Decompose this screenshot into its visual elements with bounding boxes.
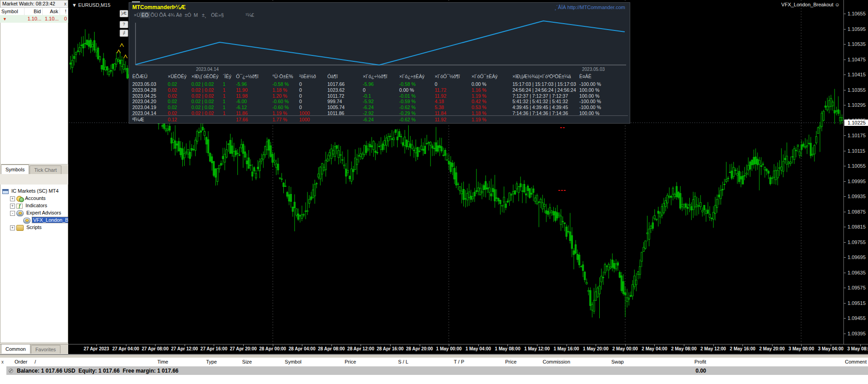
table-cell: 2023.04.25: [132, 93, 156, 99]
price-tick: [844, 257, 846, 258]
market-watch-title: Market Watch: 08:23:42: [2, 1, 55, 6]
table-cell: 999.74: [327, 99, 342, 104]
equity-start-date: 2023.04.14: [196, 67, 219, 72]
tree-item-scripts[interactable]: +Scripts: [0, 224, 78, 231]
expand-plus-icon[interactable]: +: [10, 196, 15, 201]
terminal-column-swap: Swap: [611, 359, 624, 364]
terminal-column-order: Order: [15, 359, 27, 364]
expand-plus-icon[interactable]: +: [10, 204, 15, 209]
column-excl[interactable]: !: [60, 8, 68, 15]
price-label: 1.09695: [848, 254, 866, 260]
tree-item-label: Expert Advisors: [25, 210, 62, 215]
price-label: 1.10175: [848, 133, 866, 138]
price-label: 1.09455: [848, 315, 866, 321]
ea-name-label: VFX_London_Breakout ☺: [781, 2, 840, 7]
terminal-column-: /: [35, 359, 36, 364]
time-label: 3 May 04:00: [818, 346, 843, 351]
table-cell: 1017.66: [327, 81, 345, 87]
time-label: 1 May 16:00: [554, 346, 579, 351]
tab-tick-chart[interactable]: Tick Chart: [30, 165, 61, 174]
table-cell: 11.98: [236, 93, 248, 99]
terminal-close-icon[interactable]: x: [1, 359, 4, 364]
column-symbol[interactable]: Symbol: [0, 8, 25, 15]
script-button-info[interactable]: ¡l: [120, 30, 128, 37]
tree-item-label: IC Markets (SC) MT4: [10, 188, 60, 194]
price-label: 1.09515: [848, 300, 866, 306]
table-cell: -0.01 %: [399, 93, 416, 99]
tree-item-label: Accounts: [24, 195, 46, 201]
table-cell: -6.24: [363, 105, 374, 110]
terminal-side-tabs: Common Favorites: [0, 344, 68, 354]
price-label: 1.09635: [848, 270, 866, 275]
collapse-minus-icon[interactable]: -: [10, 211, 15, 216]
script-button-help[interactable]: ?: [120, 21, 128, 28]
table-cell: 0.42 %: [472, 99, 487, 104]
price-label: 1.10055: [848, 163, 866, 169]
balance-row[interactable]: Balance: 1 017.66 USD Equity: 1 017.66 F…: [6, 367, 868, 375]
tree-item-ic-markets-sc-mt4[interactable]: IC Markets (SC) MT4: [0, 187, 70, 194]
table-cell: 1005.74: [327, 105, 345, 110]
tab-favorites[interactable]: Favorites: [31, 345, 60, 354]
price-label: 1.09875: [848, 209, 866, 214]
table-cell: 100.00 %: [579, 87, 599, 93]
price-label: 1.09935: [848, 194, 866, 199]
terminal-column-tp: T / P: [454, 359, 464, 364]
tree-item-indicators[interactable]: +ƒIndicators: [0, 202, 78, 209]
table-cell: 100.00 %: [579, 93, 599, 99]
table-header-cell: Ó¯¿÷½ð¶î: [236, 74, 258, 79]
table-summary-cell: 1.77 %: [272, 117, 287, 122]
terminal-splitter[interactable]: [0, 355, 868, 358]
time-label: 28 Apr 04:00: [289, 346, 316, 351]
time-axis[interactable]: 27 Apr 202327 Apr 04:0027 Apr 08:0027 Ap…: [68, 344, 868, 354]
table-cell: 0.00 %: [472, 81, 487, 87]
table-header-cell: Óà¶î: [327, 74, 338, 79]
table-cell: 1.18 %: [272, 87, 287, 93]
table-header-cell: ×î´óÓ¯½ð¶î: [435, 74, 460, 79]
tab-common[interactable]: Common: [1, 344, 30, 354]
time-label: 2 May 00:00: [612, 346, 638, 351]
table-cell: -0.60 %: [272, 105, 289, 110]
table-cell: 1023.62: [327, 87, 345, 93]
table-cell: 5:41:32 | 5:41:32 | 5:41:32: [512, 99, 568, 104]
price-tick: [844, 242, 846, 243]
table-header-cell: ×î´ó¿÷½ð¶î: [363, 74, 387, 79]
terminal-column-symbol: Symbol: [285, 359, 301, 364]
market-watch-row-eurusd[interactable]: ▼ EUR... 1.10... 1.10... 0: [0, 15, 68, 23]
price-tick: [844, 196, 846, 197]
expand-plus-icon[interactable]: +: [10, 225, 15, 230]
table-cell: -0.1: [363, 93, 371, 99]
market-watch-close-icon[interactable]: x: [64, 0, 66, 7]
tab-symbols[interactable]: Symbols: [1, 165, 29, 174]
terminal-column-type: Type: [206, 359, 217, 364]
table-cell: 0.02 | 0.02: [191, 105, 214, 110]
table-cell: 7:12:37 | 7:12:37 | 7:12:37: [512, 93, 568, 99]
expert-advisor-icon: [16, 210, 24, 216]
table-cell: 0: [299, 81, 302, 87]
table-cell: 2023.04.28: [132, 87, 156, 93]
column-ask[interactable]: Ask: [43, 8, 60, 15]
table-cell: -100.00 %: [579, 105, 601, 110]
time-label: 27 Apr 04:00: [112, 346, 139, 351]
price-axis[interactable]: 1.106551.105951.105351.104751.104151.103…: [843, 0, 868, 344]
table-cell: 0.02: [168, 87, 177, 93]
terminal-column-comment: Comment: [845, 359, 867, 364]
tree-item-expert-advisors[interactable]: -Expert Advisors: [0, 209, 78, 216]
market-watch-tabs: Symbols Tick Chart: [0, 165, 68, 174]
price-tick: [844, 29, 846, 30]
price-tick: [844, 303, 846, 304]
table-cell: 0.02: [168, 93, 177, 99]
price-tick: [844, 105, 846, 105]
accounts-icon: [16, 196, 22, 202]
tree-item-accounts[interactable]: +Accounts: [0, 194, 78, 202]
price-tick: [844, 318, 846, 319]
script-button-1[interactable]: )Æ: [120, 10, 128, 17]
column-bid[interactable]: Bid: [25, 8, 43, 15]
table-header-cell: ×î´ó¿÷±ÈÀý: [399, 74, 425, 79]
time-label: 3 May 08:00: [848, 346, 868, 351]
table-cell: 11.72: [435, 87, 447, 93]
price-tick: [844, 75, 846, 75]
current-price-box: 1.10225: [844, 120, 868, 126]
table-cell: 1: [223, 81, 226, 87]
table-cell: 0.02: [168, 105, 177, 110]
equity-end-date: 2023.05.03: [582, 67, 605, 72]
